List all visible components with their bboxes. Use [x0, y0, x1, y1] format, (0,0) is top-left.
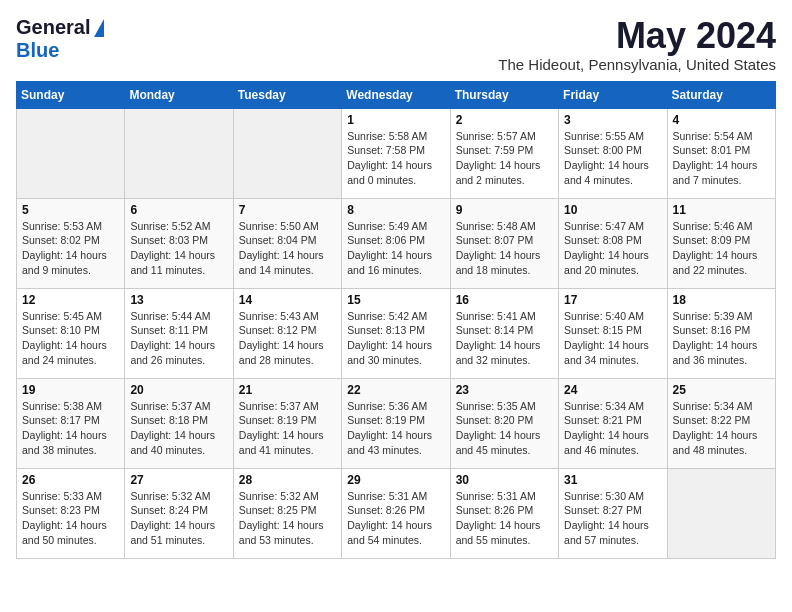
day-info: Sunrise: 5:31 AM Sunset: 8:26 PM Dayligh… — [456, 489, 553, 548]
day-number: 7 — [239, 203, 336, 217]
day-info: Sunrise: 5:34 AM Sunset: 8:21 PM Dayligh… — [564, 399, 661, 458]
day-number: 2 — [456, 113, 553, 127]
week-row-3: 12Sunrise: 5:45 AM Sunset: 8:10 PM Dayli… — [17, 288, 776, 378]
day-info: Sunrise: 5:32 AM Sunset: 8:24 PM Dayligh… — [130, 489, 227, 548]
day-number: 24 — [564, 383, 661, 397]
day-number: 16 — [456, 293, 553, 307]
day-number: 5 — [22, 203, 119, 217]
day-cell: 26Sunrise: 5:33 AM Sunset: 8:23 PM Dayli… — [17, 468, 125, 558]
day-number: 13 — [130, 293, 227, 307]
day-info: Sunrise: 5:45 AM Sunset: 8:10 PM Dayligh… — [22, 309, 119, 368]
day-number: 26 — [22, 473, 119, 487]
day-number: 17 — [564, 293, 661, 307]
day-cell: 17Sunrise: 5:40 AM Sunset: 8:15 PM Dayli… — [559, 288, 667, 378]
day-cell: 9Sunrise: 5:48 AM Sunset: 8:07 PM Daylig… — [450, 198, 558, 288]
day-cell: 18Sunrise: 5:39 AM Sunset: 8:16 PM Dayli… — [667, 288, 775, 378]
day-cell: 5Sunrise: 5:53 AM Sunset: 8:02 PM Daylig… — [17, 198, 125, 288]
day-cell: 15Sunrise: 5:42 AM Sunset: 8:13 PM Dayli… — [342, 288, 450, 378]
day-number: 20 — [130, 383, 227, 397]
day-header-tuesday: Tuesday — [233, 81, 341, 108]
day-cell: 12Sunrise: 5:45 AM Sunset: 8:10 PM Dayli… — [17, 288, 125, 378]
day-info: Sunrise: 5:30 AM Sunset: 8:27 PM Dayligh… — [564, 489, 661, 548]
day-info: Sunrise: 5:52 AM Sunset: 8:03 PM Dayligh… — [130, 219, 227, 278]
day-cell: 16Sunrise: 5:41 AM Sunset: 8:14 PM Dayli… — [450, 288, 558, 378]
logo-general: General — [16, 16, 90, 39]
day-cell: 29Sunrise: 5:31 AM Sunset: 8:26 PM Dayli… — [342, 468, 450, 558]
header-row: SundayMondayTuesdayWednesdayThursdayFrid… — [17, 81, 776, 108]
day-cell: 2Sunrise: 5:57 AM Sunset: 7:59 PM Daylig… — [450, 108, 558, 198]
day-cell: 22Sunrise: 5:36 AM Sunset: 8:19 PM Dayli… — [342, 378, 450, 468]
day-info: Sunrise: 5:57 AM Sunset: 7:59 PM Dayligh… — [456, 129, 553, 188]
day-info: Sunrise: 5:33 AM Sunset: 8:23 PM Dayligh… — [22, 489, 119, 548]
day-info: Sunrise: 5:50 AM Sunset: 8:04 PM Dayligh… — [239, 219, 336, 278]
day-info: Sunrise: 5:44 AM Sunset: 8:11 PM Dayligh… — [130, 309, 227, 368]
day-info: Sunrise: 5:47 AM Sunset: 8:08 PM Dayligh… — [564, 219, 661, 278]
day-number: 21 — [239, 383, 336, 397]
day-number: 3 — [564, 113, 661, 127]
day-number: 19 — [22, 383, 119, 397]
calendar-table: SundayMondayTuesdayWednesdayThursdayFrid… — [16, 81, 776, 559]
week-row-1: 1Sunrise: 5:58 AM Sunset: 7:58 PM Daylig… — [17, 108, 776, 198]
week-row-5: 26Sunrise: 5:33 AM Sunset: 8:23 PM Dayli… — [17, 468, 776, 558]
calendar-title: May 2024 — [498, 16, 776, 56]
day-info: Sunrise: 5:36 AM Sunset: 8:19 PM Dayligh… — [347, 399, 444, 458]
day-cell: 30Sunrise: 5:31 AM Sunset: 8:26 PM Dayli… — [450, 468, 558, 558]
day-cell: 4Sunrise: 5:54 AM Sunset: 8:01 PM Daylig… — [667, 108, 775, 198]
day-number: 31 — [564, 473, 661, 487]
day-cell: 23Sunrise: 5:35 AM Sunset: 8:20 PM Dayli… — [450, 378, 558, 468]
day-cell: 3Sunrise: 5:55 AM Sunset: 8:00 PM Daylig… — [559, 108, 667, 198]
page-header: General Blue May 2024 The Hideout, Penns… — [16, 16, 776, 73]
day-number: 28 — [239, 473, 336, 487]
day-info: Sunrise: 5:48 AM Sunset: 8:07 PM Dayligh… — [456, 219, 553, 278]
day-header-saturday: Saturday — [667, 81, 775, 108]
day-number: 11 — [673, 203, 770, 217]
title-block: May 2024 The Hideout, Pennsylvania, Unit… — [498, 16, 776, 73]
day-info: Sunrise: 5:32 AM Sunset: 8:25 PM Dayligh… — [239, 489, 336, 548]
day-cell: 24Sunrise: 5:34 AM Sunset: 8:21 PM Dayli… — [559, 378, 667, 468]
day-number: 30 — [456, 473, 553, 487]
day-number: 6 — [130, 203, 227, 217]
day-header-thursday: Thursday — [450, 81, 558, 108]
day-cell — [125, 108, 233, 198]
day-header-monday: Monday — [125, 81, 233, 108]
day-number: 9 — [456, 203, 553, 217]
week-row-4: 19Sunrise: 5:38 AM Sunset: 8:17 PM Dayli… — [17, 378, 776, 468]
day-header-wednesday: Wednesday — [342, 81, 450, 108]
day-number: 27 — [130, 473, 227, 487]
day-cell — [233, 108, 341, 198]
day-number: 15 — [347, 293, 444, 307]
day-info: Sunrise: 5:39 AM Sunset: 8:16 PM Dayligh… — [673, 309, 770, 368]
day-number: 1 — [347, 113, 444, 127]
day-info: Sunrise: 5:46 AM Sunset: 8:09 PM Dayligh… — [673, 219, 770, 278]
day-info: Sunrise: 5:42 AM Sunset: 8:13 PM Dayligh… — [347, 309, 444, 368]
day-number: 23 — [456, 383, 553, 397]
day-cell: 14Sunrise: 5:43 AM Sunset: 8:12 PM Dayli… — [233, 288, 341, 378]
day-cell — [17, 108, 125, 198]
logo: General Blue — [16, 16, 104, 62]
calendar-subtitle: The Hideout, Pennsylvania, United States — [498, 56, 776, 73]
day-cell: 11Sunrise: 5:46 AM Sunset: 8:09 PM Dayli… — [667, 198, 775, 288]
day-info: Sunrise: 5:41 AM Sunset: 8:14 PM Dayligh… — [456, 309, 553, 368]
day-info: Sunrise: 5:49 AM Sunset: 8:06 PM Dayligh… — [347, 219, 444, 278]
day-cell: 13Sunrise: 5:44 AM Sunset: 8:11 PM Dayli… — [125, 288, 233, 378]
week-row-2: 5Sunrise: 5:53 AM Sunset: 8:02 PM Daylig… — [17, 198, 776, 288]
day-cell: 20Sunrise: 5:37 AM Sunset: 8:18 PM Dayli… — [125, 378, 233, 468]
day-cell: 6Sunrise: 5:52 AM Sunset: 8:03 PM Daylig… — [125, 198, 233, 288]
day-info: Sunrise: 5:38 AM Sunset: 8:17 PM Dayligh… — [22, 399, 119, 458]
day-cell — [667, 468, 775, 558]
day-header-sunday: Sunday — [17, 81, 125, 108]
day-info: Sunrise: 5:34 AM Sunset: 8:22 PM Dayligh… — [673, 399, 770, 458]
day-number: 14 — [239, 293, 336, 307]
day-number: 29 — [347, 473, 444, 487]
day-info: Sunrise: 5:53 AM Sunset: 8:02 PM Dayligh… — [22, 219, 119, 278]
day-info: Sunrise: 5:55 AM Sunset: 8:00 PM Dayligh… — [564, 129, 661, 188]
day-number: 12 — [22, 293, 119, 307]
day-header-friday: Friday — [559, 81, 667, 108]
day-cell: 27Sunrise: 5:32 AM Sunset: 8:24 PM Dayli… — [125, 468, 233, 558]
day-info: Sunrise: 5:37 AM Sunset: 8:18 PM Dayligh… — [130, 399, 227, 458]
day-number: 8 — [347, 203, 444, 217]
day-cell: 28Sunrise: 5:32 AM Sunset: 8:25 PM Dayli… — [233, 468, 341, 558]
day-info: Sunrise: 5:31 AM Sunset: 8:26 PM Dayligh… — [347, 489, 444, 548]
day-number: 18 — [673, 293, 770, 307]
day-cell: 7Sunrise: 5:50 AM Sunset: 8:04 PM Daylig… — [233, 198, 341, 288]
